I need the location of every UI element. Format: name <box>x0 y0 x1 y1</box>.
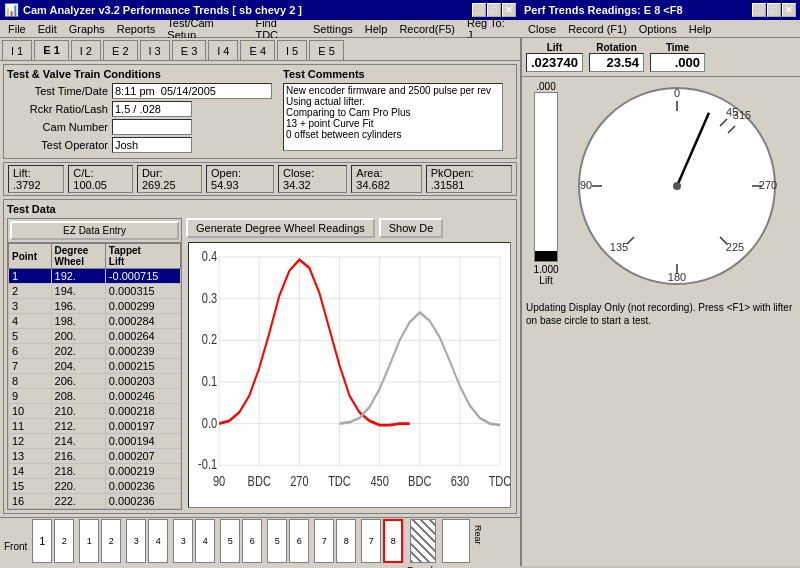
svg-point-46 <box>673 182 681 190</box>
tab-bar: I 1 E 1 I 2 E 2 I 3 E 3 I 4 E 4 I 5 E 5 <box>0 38 520 61</box>
cyl-4a[interactable]: 4 <box>148 519 168 563</box>
perf-menu-help[interactable]: Help <box>683 22 718 36</box>
table-row[interactable]: 3 196. 0.000299 <box>9 299 181 314</box>
menu-file[interactable]: File <box>2 22 32 36</box>
test-comments-textarea[interactable]: New encoder firmware and 2500 pulse per … <box>283 83 503 151</box>
perf-minimize-button[interactable]: _ <box>752 3 766 17</box>
cyl-2b[interactable]: 2 <box>101 519 121 563</box>
tab-e2[interactable]: E 2 <box>103 40 138 60</box>
rckr-ratio-input[interactable] <box>112 101 192 117</box>
cyl-6b[interactable]: 6 <box>289 519 309 563</box>
cyl-3b[interactable]: 3 <box>173 519 193 563</box>
cyl-3a[interactable]: 3 <box>126 519 146 563</box>
test-time-row: Test Time/Date <box>7 83 283 99</box>
app-icon: 📊 <box>4 3 19 17</box>
cell-lift: -0.000715 <box>105 269 180 284</box>
perf-close-button[interactable]: ✕ <box>782 3 796 17</box>
ez-table-container[interactable]: Point DegreeWheel TappetLift 1 192. -0.0… <box>8 243 181 509</box>
cell-lift: 0.000246 <box>105 389 180 404</box>
cyl-7b[interactable]: 7 <box>361 519 381 563</box>
svg-text:0: 0 <box>674 87 680 99</box>
table-row[interactable]: 16 222. 0.000236 <box>9 494 181 509</box>
test-time-input[interactable] <box>112 83 272 99</box>
cell-degree: 198. <box>51 314 105 329</box>
cyl-7a[interactable]: 7 <box>314 519 334 563</box>
cyl-1b[interactable]: 1 <box>79 519 99 563</box>
cell-lift: 0.000203 <box>105 374 180 389</box>
menu-help[interactable]: Help <box>359 22 394 36</box>
perf-menu-record[interactable]: Record (F1) <box>562 22 633 36</box>
cyl-5b[interactable]: 5 <box>267 519 287 563</box>
tab-e4[interactable]: E 4 <box>240 40 275 60</box>
tab-i1[interactable]: I 1 <box>2 40 32 60</box>
table-row[interactable]: 2 194. 0.000315 <box>9 284 181 299</box>
menu-edit[interactable]: Edit <box>32 22 63 36</box>
perf-window-titlebar: Perf Trends Readings: E 8 <F8 _ □ ✕ <box>520 0 800 20</box>
tab-i4[interactable]: I 4 <box>208 40 238 60</box>
tab-e5[interactable]: E 5 <box>309 40 344 60</box>
lift-bar-fill <box>535 251 557 261</box>
cyl-1a[interactable]: 1 <box>32 519 52 563</box>
cyl-8a[interactable]: 8 <box>336 519 356 563</box>
table-row[interactable]: 11 212. 0.000197 <box>9 419 181 434</box>
stats-bar: Lift: .3792 C/L: 100.05 Dur: 269.25 Open… <box>3 162 517 196</box>
menu-settings[interactable]: Settings <box>307 22 359 36</box>
stat-cl: C/L: 100.05 <box>68 165 133 193</box>
cell-degree: 220. <box>51 479 105 494</box>
tab-e1[interactable]: E 1 <box>34 40 69 60</box>
lift-reading-label: Lift <box>547 42 563 53</box>
perf-maximize-button[interactable]: □ <box>767 3 781 17</box>
perf-menu-options[interactable]: Options <box>633 22 683 36</box>
cell-lift: 0.000264 <box>105 329 180 344</box>
table-row[interactable]: 10 210. 0.000218 <box>9 404 181 419</box>
ez-entry-button[interactable]: EZ Data Entry <box>10 221 179 240</box>
cell-degree: 194. <box>51 284 105 299</box>
cyl-8b-selected[interactable]: 8 <box>383 519 403 563</box>
cell-degree: 204. <box>51 359 105 374</box>
generate-readings-button[interactable]: Generate Degree Wheel Readings <box>186 218 375 238</box>
table-row[interactable]: 7 204. 0.000215 <box>9 359 181 374</box>
table-row[interactable]: 12 214. 0.000194 <box>9 434 181 449</box>
table-row[interactable]: 14 218. 0.000219 <box>9 464 181 479</box>
show-de-button[interactable]: Show De <box>379 218 444 238</box>
cyl-4b[interactable]: 4 <box>195 519 215 563</box>
svg-text:TDC: TDC <box>489 472 510 489</box>
svg-text:0.2: 0.2 <box>202 331 217 348</box>
table-row[interactable]: 1 192. -0.000715 <box>9 269 181 284</box>
tab-e3[interactable]: E 3 <box>172 40 207 60</box>
table-row[interactable]: 9 208. 0.000246 <box>9 389 181 404</box>
col-degree: DegreeWheel <box>51 244 105 269</box>
table-row[interactable]: 5 200. 0.000264 <box>9 329 181 344</box>
table-row[interactable]: 15 220. 0.000236 <box>9 479 181 494</box>
svg-text:-0.1: -0.1 <box>198 456 217 473</box>
rckr-ratio-label: Rckr Ratio/Lash <box>7 103 112 115</box>
menu-reports[interactable]: Reports <box>111 22 162 36</box>
table-row[interactable]: 4 198. 0.000284 <box>9 314 181 329</box>
perf-menu-close[interactable]: Close <box>522 22 562 36</box>
time-reading: Time .000 <box>650 42 705 72</box>
test-operator-input[interactable] <box>112 137 192 153</box>
svg-text:BDC: BDC <box>408 472 432 489</box>
test-operator-row: Test Operator <box>7 137 283 153</box>
menu-graphs[interactable]: Graphs <box>63 22 111 36</box>
rotation-reading-value: 23.54 <box>589 53 644 72</box>
stat-dur: Dur: 269.25 <box>137 165 202 193</box>
cell-degree: 196. <box>51 299 105 314</box>
menu-record[interactable]: Record(F5) <box>393 22 461 36</box>
cyl-6a[interactable]: 6 <box>242 519 262 563</box>
tab-i5[interactable]: I 5 <box>277 40 307 60</box>
perf-panel: Lift .023740 Rotation 23.54 Time .000 .0… <box>520 38 800 566</box>
rear-cyl-item[interactable] <box>442 519 470 563</box>
tab-i2[interactable]: I 2 <box>71 40 101 60</box>
table-row[interactable]: 13 216. 0.000207 <box>9 449 181 464</box>
table-row[interactable]: 6 202. 0.000239 <box>9 344 181 359</box>
cyl-2a[interactable]: 2 <box>54 519 74 563</box>
encoder-item[interactable] <box>410 519 436 563</box>
table-row[interactable]: 8 206. 0.000203 <box>9 374 181 389</box>
test-data-title: Test Data <box>7 203 513 215</box>
cyl-5a[interactable]: 5 <box>220 519 240 563</box>
cam-number-input[interactable] <box>112 119 192 135</box>
svg-text:90: 90 <box>213 472 225 489</box>
stat-close: Close: 34.32 <box>278 165 347 193</box>
tab-i3[interactable]: I 3 <box>140 40 170 60</box>
